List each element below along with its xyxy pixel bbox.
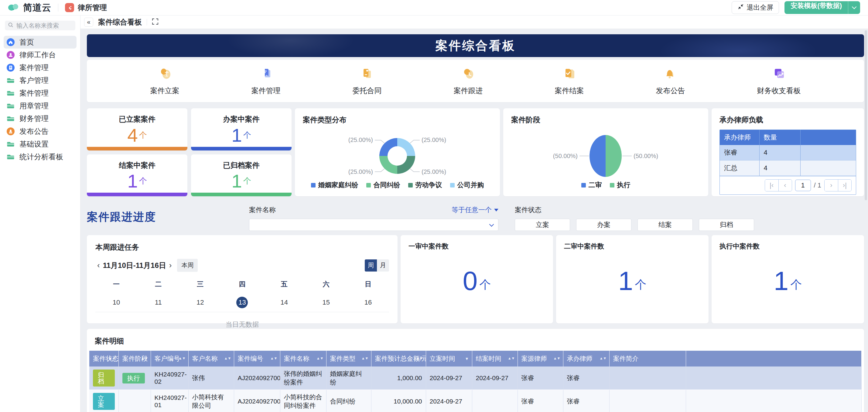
- status-button-archiving[interactable]: 归档: [699, 219, 754, 231]
- sort-icon[interactable]: ▲▼: [362, 357, 369, 359]
- sort-icon[interactable]: ▲▼: [270, 357, 278, 359]
- column-header-customer[interactable]: 客户名称▲▼: [188, 351, 234, 367]
- jiandaoyun-brand[interactable]: 简道云: [8, 2, 51, 14]
- shortcut-entrust-contract[interactable]: 委托合同: [352, 66, 382, 96]
- expand-fullscreen-icon[interactable]: [152, 18, 158, 26]
- status-button-closing[interactable]: 结案: [638, 219, 693, 231]
- shortcut-case-closing[interactable]: 案件结案: [555, 66, 584, 96]
- donut-slice-company-ma[interactable]: [397, 138, 415, 156]
- date-cell[interactable]: 12: [179, 297, 221, 308]
- sidebar-item-lawyer-workbench[interactable]: 律师工作台: [4, 48, 76, 61]
- table-row[interactable]: 张睿 4: [720, 145, 856, 161]
- status-button-handling[interactable]: 办案: [576, 219, 631, 231]
- column-header-filed-date[interactable]: 立案时间▼: [426, 351, 472, 367]
- this-week-button[interactable]: 本周: [177, 259, 198, 272]
- legend-item[interactable]: 合同纠纷: [366, 180, 400, 190]
- column-header-case-name[interactable]: 案件名称▲▼: [280, 351, 326, 367]
- column-header-amount[interactable]: 案件预计总金额/元▲▼: [371, 351, 426, 367]
- column-header-source-lawyer[interactable]: 案源律师▲▼: [518, 351, 563, 367]
- sidebar-item-finance-mgmt[interactable]: 财务管理: [4, 112, 76, 125]
- table-row[interactable]: 汇总 4: [720, 161, 856, 176]
- column-header[interactable]: 承办律师: [720, 130, 759, 145]
- caret-down-icon: [494, 209, 498, 211]
- column-header-case-no[interactable]: 案件编号▲▼: [234, 351, 280, 367]
- toggle-month[interactable]: 月: [377, 260, 389, 272]
- sidebar-collapse-button[interactable]: «: [84, 18, 93, 27]
- week-month-toggle: 周 月: [365, 260, 389, 272]
- install-template-button[interactable]: 安装模板(带数据): [784, 1, 860, 14]
- sidebar-item-label: 财务管理: [20, 114, 49, 124]
- next-week-button[interactable]: ›: [167, 261, 174, 270]
- sort-icon[interactable]: ▲▼: [553, 357, 561, 359]
- sidebar-item-seal-mgmt[interactable]: 用章管理: [4, 100, 76, 112]
- sort-icon[interactable]: ▲▼: [109, 357, 116, 359]
- search-input[interactable]: [17, 22, 72, 29]
- column-header-case-type[interactable]: 案件类型▲▼: [326, 351, 371, 367]
- case-row[interactable]: 立案 KH240927-01 小简科技有限公司 AJ20240927004 小简…: [89, 390, 862, 412]
- prev-page-button[interactable]: ‹: [778, 180, 792, 191]
- shortcut-case-management[interactable]: 案件管理: [251, 66, 281, 96]
- toggle-week[interactable]: 周: [365, 260, 377, 272]
- sort-icon[interactable]: ▲▼: [508, 357, 515, 359]
- legend-item[interactable]: 执行: [610, 180, 630, 190]
- exit-fullscreen-button[interactable]: 退出全屏: [732, 1, 779, 14]
- stat-cards-grid: 已立案案件 4个 办案中案件 1个 结案中案件 1个: [87, 108, 291, 196]
- date-cell[interactable]: 16: [347, 297, 389, 308]
- shortcut-case-follow-up[interactable]: 案件跟进: [454, 66, 483, 96]
- column-header-stage[interactable]: 案件阶段▲▼: [119, 351, 151, 367]
- sidebar-search[interactable]: [5, 21, 75, 30]
- legend-item[interactable]: 劳动争议: [408, 180, 442, 190]
- next-page-button[interactable]: ›: [825, 180, 838, 191]
- no-data-text: 当日无数据: [95, 320, 389, 329]
- case-row[interactable]: 归档 执行 KH240927-02 张伟 AJ20240927005 张伟的婚姻…: [89, 367, 862, 390]
- date-cell[interactable]: 15: [305, 297, 347, 308]
- operator-label: 等于任意一个: [452, 205, 492, 214]
- prev-week-button[interactable]: ‹: [95, 261, 102, 270]
- pie-slice-second-instance[interactable]: [589, 135, 606, 177]
- sort-icon[interactable]: ▲▼: [179, 357, 186, 359]
- sort-desc-icon[interactable]: ▼: [465, 356, 469, 361]
- sidebar-item-case-mgmt-app[interactable]: 案件管理: [4, 61, 76, 74]
- sort-icon[interactable]: ▲▼: [316, 357, 324, 359]
- legend-item[interactable]: 公司并购: [450, 180, 484, 190]
- column-header-brief[interactable]: 案件简介: [609, 351, 686, 367]
- sort-icon[interactable]: ▲▼: [224, 357, 231, 359]
- legend-item[interactable]: 二审: [581, 180, 602, 190]
- page-number-input[interactable]: [795, 180, 811, 191]
- sort-icon[interactable]: ▲▼: [599, 357, 607, 359]
- last-page-button[interactable]: ›|: [838, 180, 851, 191]
- column-header-handling-lawyer[interactable]: 承办律师▲▼: [563, 351, 609, 367]
- install-dropdown-toggle[interactable]: [848, 1, 860, 14]
- sidebar-item-announcement[interactable]: 发布公告: [4, 125, 76, 138]
- sidebar-item-stats-dashboard[interactable]: 统计分析看板: [4, 150, 76, 163]
- column-header-closed-date[interactable]: 结案时间▲▼: [472, 351, 518, 367]
- column-header-customer-no[interactable]: 客户编号▲▼: [151, 351, 188, 367]
- pie-slice-execution[interactable]: [606, 135, 622, 177]
- legend-item[interactable]: 婚姻家庭纠纷: [311, 180, 359, 190]
- filter-operator[interactable]: 等于任意一个: [452, 205, 498, 214]
- sidebar-item-case-mgmt-folder[interactable]: 案件管理: [4, 87, 76, 100]
- column-header[interactable]: 数量: [759, 130, 800, 145]
- donut-slice-labor-dispute[interactable]: [397, 156, 415, 174]
- date-cell[interactable]: 11: [137, 297, 179, 308]
- column-header-status[interactable]: 案件状态▲▼: [89, 351, 119, 367]
- sidebar-item-home[interactable]: 首页: [4, 36, 76, 48]
- donut-slice-marriage-dispute[interactable]: [379, 138, 397, 156]
- shortcut-finance-dashboard[interactable]: 财务收支看板: [757, 66, 801, 96]
- status-button-filing[interactable]: 立案: [515, 219, 570, 231]
- contract-doc-icon: [360, 66, 374, 82]
- brand-name: 简道云: [23, 2, 51, 14]
- first-page-button[interactable]: |‹: [765, 180, 778, 191]
- sidebar-item-customer-mgmt[interactable]: 客户管理: [4, 74, 76, 87]
- sort-icon[interactable]: ▲▼: [141, 357, 148, 359]
- case-name-select[interactable]: [249, 219, 498, 231]
- date-cell-selected[interactable]: 13: [221, 297, 263, 308]
- sidebar-item-basic-settings[interactable]: 基础设置: [4, 138, 76, 150]
- scrollbar[interactable]: [865, 30, 867, 200]
- shortcut-publish-announcement[interactable]: 发布公告: [656, 66, 685, 96]
- donut-slice-contract-dispute[interactable]: [379, 156, 397, 174]
- sort-icon[interactable]: ▲▼: [416, 357, 423, 359]
- date-cell[interactable]: 14: [263, 297, 305, 308]
- shortcut-case-filing[interactable]: 案件立案: [150, 66, 180, 96]
- date-cell[interactable]: 10: [95, 297, 137, 308]
